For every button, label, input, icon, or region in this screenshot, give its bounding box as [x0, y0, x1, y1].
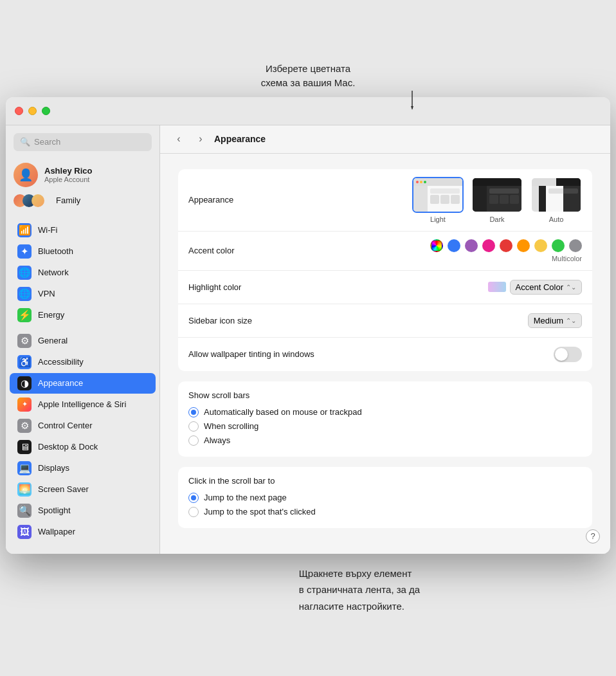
scroll-auto-label: Automatically based on mouse or trackpad	[204, 407, 362, 417]
controlcenter-icon: ⚙	[17, 419, 32, 433]
accessibility-icon: ♿	[17, 355, 32, 369]
sidebar-item-vpn[interactable]: 🌐 VPN	[10, 284, 156, 304]
scroll-always-label: Always	[204, 435, 230, 445]
wallpaper-icon: 🖼	[17, 525, 32, 539]
scroll-option-auto[interactable]: Automatically based on mouse or trackpad	[188, 405, 582, 419]
sidebar-label-displays: Displays	[38, 463, 69, 473]
click-spot-label: Jump to the spot that's clicked	[204, 507, 316, 516]
sidebar-label-vpn: VPN	[38, 289, 55, 298]
swatch-purple[interactable]	[465, 239, 478, 252]
radio-auto	[188, 407, 199, 417]
sidebar-icon-size-label: Sidebar icon size	[188, 316, 317, 325]
sidebar-item-deskdock[interactable]: 🖥 Desktop & Dock	[10, 437, 156, 457]
highlight-select[interactable]: Accent Color ⌃⌄	[510, 280, 582, 295]
appearance-label: Appearance	[188, 195, 317, 205]
click-scroll-title: Click in the scroll bar to	[188, 476, 582, 486]
click-scroll-section: Click in the scroll bar to Jump to the n…	[178, 467, 592, 528]
sidebar-label-controlcenter: Control Center	[38, 421, 93, 430]
close-button[interactable]	[15, 107, 23, 115]
click-next-label: Jump to the next page	[204, 493, 287, 502]
nav-back-button[interactable]: ‹	[170, 132, 187, 145]
sidebar-label-energy: Energy	[38, 310, 64, 320]
sidebar-item-controlcenter[interactable]: ⚙ Control Center	[10, 416, 156, 436]
click-option-next[interactable]: Jump to the next page	[188, 491, 582, 505]
wallpaper-tinting-control	[317, 347, 582, 362]
title-bar	[6, 97, 610, 125]
appearance-icon: ◑	[17, 376, 32, 390]
aisiri-icon: ✦	[17, 397, 32, 412]
macos-window: 🔍 Search 👤 Ashley Rico Apple Account Fam…	[6, 97, 610, 554]
help-button[interactable]: ?	[586, 529, 600, 544]
sidebar-label-wifi: Wi-Fi	[38, 225, 57, 235]
sidebar-item-wifi[interactable]: 📶 Wi-Fi	[10, 220, 156, 241]
sidebar-item-network[interactable]: 🌐 Network	[10, 262, 156, 283]
scroll-bars-section: Show scroll bars Automatically based on …	[178, 381, 592, 457]
highlight-color-label: Highlight color	[188, 282, 317, 292]
swatch-red[interactable]	[500, 239, 512, 252]
sidebar-item-bluetooth[interactable]: ✦ Bluetooth	[10, 241, 156, 262]
wallpaper-tinting-toggle[interactable]	[554, 347, 582, 362]
page-title: Appearance	[214, 134, 266, 144]
accent-color-label: Accent color	[188, 246, 317, 255]
user-subtitle: Apple Account	[44, 176, 92, 183]
settings-panel: Appearance	[160, 154, 610, 554]
scroll-option-always[interactable]: Always	[188, 434, 582, 448]
sidebar-label-accessibility: Accessibility	[38, 357, 84, 367]
accent-color-control: Multicolor	[317, 239, 582, 262]
sidebar-item-wallpaper[interactable]: 🖼 Wallpaper	[10, 522, 156, 542]
search-bar[interactable]: 🔍 Search	[14, 133, 152, 151]
swatch-yellow[interactable]	[534, 239, 547, 252]
minimize-button[interactable]	[28, 107, 37, 115]
theme-dark[interactable]: Dark	[471, 177, 523, 223]
sidebar-label-network: Network	[38, 268, 69, 277]
sidebar-icon-size-row: Sidebar icon size Medium ⌃⌄	[178, 304, 592, 338]
click-option-spot[interactable]: Jump to the spot that's clicked	[188, 505, 582, 519]
color-swatches	[430, 239, 582, 252]
sidebar-item-general[interactable]: ⚙ General	[10, 331, 156, 351]
highlight-color-row: Highlight color Accent Color ⌃⌄	[178, 271, 592, 304]
traffic-lights	[15, 107, 50, 115]
swatch-blue[interactable]	[448, 239, 460, 252]
sidebar-item-family[interactable]: Family	[6, 191, 159, 210]
sidebar-label-appearance: Appearance	[38, 378, 83, 388]
radio-dot-auto	[191, 410, 196, 415]
highlight-swatch	[488, 282, 506, 292]
sidebar-item-accessibility[interactable]: ♿ Accessibility	[10, 352, 156, 372]
swatch-green[interactable]	[552, 239, 565, 252]
user-name: Ashley Rico	[44, 166, 92, 176]
sidebar-item-aisiri[interactable]: ✦ Apple Intelligence & Siri	[10, 394, 156, 415]
scroll-option-scrolling[interactable]: When scrolling	[188, 419, 582, 434]
swatch-orange[interactable]	[517, 239, 530, 252]
vpn-icon: 🌐	[17, 287, 32, 301]
radio-dot-next	[191, 495, 196, 500]
user-info: Ashley Rico Apple Account	[44, 166, 92, 183]
sidebar-icon-size-value: Medium	[534, 316, 563, 325]
theme-light-label: Light	[430, 215, 446, 223]
sidebar-nav: 📶 Wi-Fi ✦ Bluetooth 🌐 Network 🌐 VPN ⚡	[6, 219, 159, 543]
theme-light[interactable]: Light	[412, 177, 464, 223]
window-body: 🔍 Search 👤 Ashley Rico Apple Account Fam…	[6, 125, 610, 554]
sidebar-item-energy[interactable]: ⚡ Energy	[10, 305, 156, 325]
accent-colors: Multicolor	[430, 239, 582, 262]
sidebar-icon-size-select[interactable]: Medium ⌃⌄	[528, 313, 582, 328]
maximize-button[interactable]	[42, 107, 50, 115]
wallpaper-tinting-label: Allow wallpaper tinting in windows	[188, 349, 317, 359]
highlight-selector: Accent Color ⌃⌄	[488, 280, 582, 295]
general-icon: ⚙	[17, 334, 32, 348]
swatch-pink[interactable]	[482, 239, 495, 252]
avatar: 👤	[14, 163, 38, 187]
sidebar-label-general: General	[38, 336, 68, 345]
family-avatar-3	[32, 194, 44, 207]
sidebar-item-screensaver[interactable]: 🌅 Screen Saver	[10, 479, 156, 500]
sidebar-item-spotlight[interactable]: 🔍 Spotlight	[10, 500, 156, 521]
user-section[interactable]: 👤 Ashley Rico Apple Account	[6, 159, 159, 191]
theme-auto[interactable]: Auto	[530, 177, 582, 223]
family-label: Family	[56, 196, 80, 205]
sidebar-item-appearance[interactable]: ◑ Appearance	[10, 373, 156, 394]
sidebar-label-spotlight: Spotlight	[38, 506, 71, 515]
swatch-graphite[interactable]	[569, 239, 582, 252]
content-header: ‹ › Appearance	[160, 125, 610, 154]
sidebar-item-displays[interactable]: 💻 Displays	[10, 458, 156, 479]
nav-forward-button[interactable]: ›	[192, 132, 209, 145]
swatch-multicolor[interactable]	[430, 239, 443, 252]
